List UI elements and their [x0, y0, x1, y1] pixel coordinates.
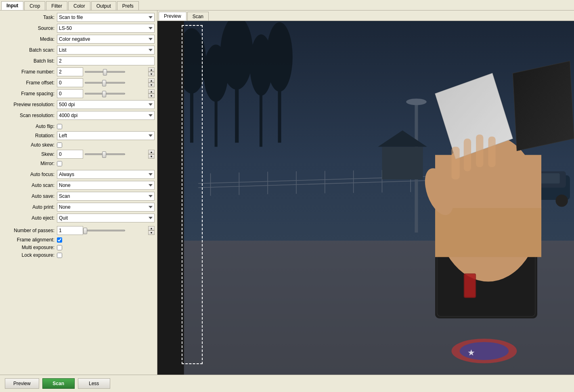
frame-number-input[interactable] [57, 67, 83, 76]
frame-spacing-row: Frame spacing: ▲ ▼ [2, 89, 155, 98]
lock-exposure-label: Lock exposure: [2, 252, 57, 258]
num-passes-spin-up[interactable]: ▲ [148, 226, 155, 231]
bottom-toolbar: Preview Scan Less [0, 375, 574, 392]
frame-spacing-input[interactable] [57, 89, 83, 98]
multi-exposure-checkbox-container [57, 245, 62, 250]
preview-tab-preview[interactable]: Preview [159, 12, 186, 21]
num-passes-slider-track[interactable] [85, 230, 125, 231]
less-button[interactable]: Less [78, 378, 110, 389]
frame-offset-spin: ▲ ▼ [148, 78, 155, 87]
left-panel-scroll[interactable]: Task: Scan to file Source: LS-50 Media: [0, 10, 157, 375]
frame-offset-spin-up[interactable]: ▲ [148, 78, 155, 83]
frame-number-spin-up[interactable]: ▲ [148, 67, 155, 72]
num-passes-label: Number of passes: [2, 228, 57, 233]
preview-button[interactable]: Preview [5, 378, 39, 389]
mirror-row: Mirror: [2, 161, 155, 166]
svg-rect-25 [382, 147, 423, 180]
num-passes-row: Number of passes: ▲ ▼ [2, 226, 155, 235]
svg-point-11 [266, 22, 293, 92]
skew-slider-thumb[interactable] [102, 151, 106, 158]
mirror-label: Mirror: [2, 161, 57, 166]
auto-save-label: Auto save: [2, 193, 57, 199]
preview-resolution-select[interactable]: 500 dpi 250 dpi 1000 dpi [57, 100, 155, 109]
mirror-checkbox[interactable] [57, 161, 62, 166]
batch-list-input[interactable]: 2 [57, 57, 155, 65]
frame-offset-slider-thumb[interactable] [102, 80, 106, 86]
svg-rect-51 [465, 274, 475, 297]
scan-resolution-select[interactable]: 4000 dpi 2000 dpi 1000 dpi [57, 111, 155, 120]
multi-exposure-checkbox[interactable] [57, 245, 62, 250]
frame-offset-slider-track[interactable] [85, 82, 125, 84]
skew-row: Skew: ▲ ▼ [2, 150, 155, 159]
svg-rect-47 [464, 138, 471, 171]
scan-button[interactable]: Scan [42, 378, 75, 389]
task-select[interactable]: Scan to file [57, 13, 155, 22]
multi-exposure-row: Multi exposure: [2, 245, 155, 250]
preview-image: ★ [157, 21, 574, 375]
svg-rect-52 [157, 21, 184, 375]
batch-list-row: Batch list: 2 [2, 57, 155, 65]
auto-focus-row: Auto focus: Always Once Never [2, 170, 155, 179]
svg-rect-46 [451, 147, 459, 180]
svg-rect-48 [476, 134, 483, 167]
auto-skew-label: Auto skew: [2, 142, 57, 148]
lock-exposure-checkbox-container [57, 253, 62, 258]
auto-print-select[interactable]: None Always [57, 203, 155, 212]
tab-color[interactable]: Color [68, 1, 90, 10]
media-label: Media: [2, 36, 57, 42]
frame-spacing-slider-container [85, 93, 148, 94]
tab-crop[interactable]: Crop [24, 1, 45, 10]
auto-eject-select[interactable]: Quit None Return [57, 214, 155, 222]
scan-resolution-row: Scan resolution: 4000 dpi 2000 dpi 1000 … [2, 111, 155, 120]
tab-filter[interactable]: Filter [46, 1, 67, 10]
num-passes-input[interactable] [57, 226, 83, 235]
frame-spacing-spin-down[interactable]: ▼ [148, 94, 155, 98]
skew-spin-down[interactable]: ▼ [148, 154, 155, 159]
num-passes-spin-down[interactable]: ▼ [148, 231, 155, 235]
svg-rect-49 [488, 136, 496, 167]
right-panel: Preview Scan [157, 10, 574, 375]
media-row: Media: Color negative Color positive Bla… [2, 35, 155, 44]
frame-spacing-slider-thumb[interactable] [102, 91, 106, 97]
auto-flip-label: Auto flip: [2, 124, 57, 129]
skew-spin-up[interactable]: ▲ [148, 150, 155, 154]
frame-spacing-label: Frame spacing: [2, 91, 57, 96]
auto-flip-checkbox[interactable] [57, 124, 62, 129]
auto-scan-label: Auto scan: [2, 182, 57, 188]
frame-spacing-spin-up[interactable]: ▲ [148, 89, 155, 94]
frame-alignment-label: Frame alignment: [2, 237, 57, 243]
preview-area: ★ [157, 21, 574, 375]
auto-save-select[interactable]: Scan None Always [57, 192, 155, 201]
skew-spin: ▲ ▼ [148, 150, 155, 159]
rotation-row: Rotation: Left Right None 180 [2, 131, 155, 140]
tab-input[interactable]: Input [1, 1, 23, 10]
auto-focus-label: Auto focus: [2, 172, 57, 177]
frame-offset-spin-down[interactable]: ▼ [148, 83, 155, 87]
auto-skew-checkbox[interactable] [57, 143, 62, 148]
batch-scan-select[interactable]: List None All [57, 46, 155, 55]
tab-output[interactable]: Output [91, 1, 116, 10]
frame-offset-label: Frame offset: [2, 80, 57, 86]
auto-focus-select[interactable]: Always Once Never [57, 170, 155, 179]
num-passes-slider-thumb[interactable] [83, 228, 87, 234]
frame-number-slider-track[interactable] [85, 71, 125, 73]
frame-number-spin-down[interactable]: ▼ [148, 72, 155, 76]
tab-prefs[interactable]: Prefs [117, 1, 139, 10]
batch-list-label: Batch list: [2, 58, 57, 64]
auto-scan-select[interactable]: None Once Always [57, 181, 155, 190]
media-select[interactable]: Color negative Color positive Black & Wh… [57, 35, 155, 44]
frame-offset-input[interactable] [57, 78, 83, 87]
svg-text:★: ★ [468, 349, 475, 357]
auto-eject-label: Auto eject: [2, 215, 57, 221]
source-select[interactable]: LS-50 [57, 24, 155, 33]
skew-input[interactable] [57, 150, 83, 159]
lock-exposure-checkbox[interactable] [57, 253, 62, 258]
task-label: Task: [2, 15, 57, 20]
frame-alignment-checkbox[interactable] [57, 237, 62, 243]
frame-spacing-slider-track[interactable] [85, 93, 125, 94]
auto-eject-row: Auto eject: Quit None Return [2, 214, 155, 222]
frame-number-slider-thumb[interactable] [103, 69, 107, 75]
preview-tab-scan[interactable]: Scan [187, 12, 209, 21]
rotation-select[interactable]: Left Right None 180 [57, 131, 155, 140]
skew-slider-track[interactable] [85, 153, 125, 155]
